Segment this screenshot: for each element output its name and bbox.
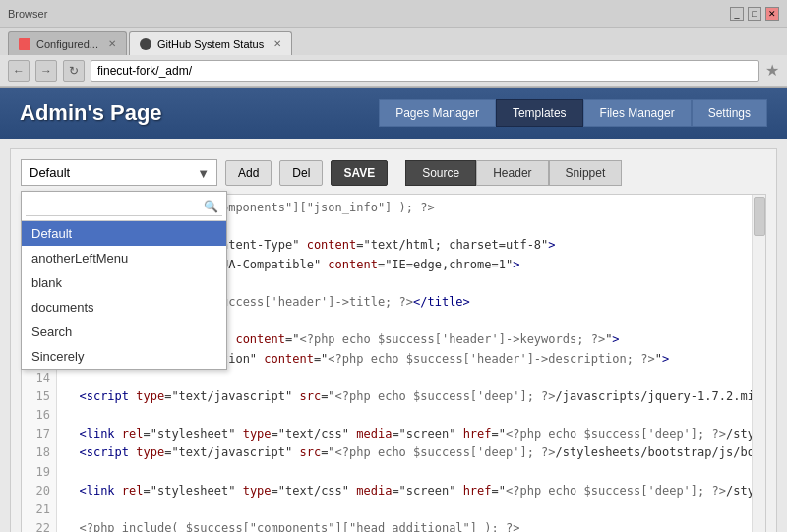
admin-header: Admin's Page Pages Manager Templates Fil… (0, 88, 787, 139)
del-button[interactable]: Del (279, 160, 323, 186)
save-button[interactable]: SAVE (331, 160, 388, 186)
close-button[interactable]: ✕ (765, 7, 779, 21)
tab-2-close[interactable]: ✕ (273, 38, 281, 49)
browser-chrome: Browser _ □ ✕ Configured... ✕ GitHub Sys… (0, 0, 787, 88)
browser-tab-1[interactable]: Configured... ✕ (8, 31, 127, 55)
ln-20: 20 (28, 482, 50, 501)
dropdown-search-input[interactable] (26, 196, 222, 216)
dropdown-item-blank[interactable]: blank (22, 270, 226, 295)
address-input[interactable] (91, 60, 759, 82)
tab-1-label: Configured... (36, 38, 98, 50)
nav-pages-manager[interactable]: Pages Manager (379, 99, 496, 127)
toolbar: Default ▼ Add Del SAVE Source Header Sni… (21, 159, 766, 186)
address-bar: ← → ↻ ★ (0, 55, 787, 87)
bookmark-icon[interactable]: ★ (765, 61, 779, 80)
ln-14: 14 (28, 369, 50, 387)
page-content: Admin's Page Pages Manager Templates Fil… (0, 88, 787, 532)
nav-settings[interactable]: Settings (692, 99, 767, 127)
ln-19: 19 (28, 463, 50, 482)
minimize-button[interactable]: _ (730, 7, 744, 21)
ln-21: 21 (28, 501, 50, 519)
add-button[interactable]: Add (225, 160, 272, 186)
dropdown-item-sincerely[interactable]: Sincerely (22, 344, 226, 369)
tab-1-close[interactable]: ✕ (108, 38, 116, 49)
refresh-button[interactable]: ↻ (63, 60, 85, 82)
git-icon (19, 38, 30, 50)
ln-22: 22 (28, 519, 50, 532)
nav-templates[interactable]: Templates (496, 99, 583, 127)
browser-tab-2[interactable]: GitHub System Status ✕ (129, 31, 292, 55)
title-bar-label: Browser (8, 8, 47, 20)
page-title: Admin's Page (20, 100, 359, 126)
admin-nav: Pages Manager Templates Files Manager Se… (379, 99, 767, 127)
template-select-wrapper: Default ▼ (21, 159, 217, 186)
tab-snippet[interactable]: Snippet (549, 160, 623, 186)
scrollbar[interactable] (752, 195, 765, 532)
browser-tabs-bar: Configured... ✕ GitHub System Status ✕ (0, 28, 787, 55)
tab-header[interactable]: Header (476, 160, 548, 186)
nav-files-manager[interactable]: Files Manager (583, 99, 692, 127)
title-bar: Browser _ □ ✕ (0, 0, 787, 28)
scrollbar-thumb[interactable] (754, 197, 765, 236)
tab-2-label: GitHub System Status (157, 38, 264, 50)
template-dropdown: 🔍 Default anotherLeftMenu blank document… (21, 191, 227, 370)
search-icon: 🔍 (204, 200, 218, 213)
dropdown-item-anotherleftmenu[interactable]: anotherLeftMenu (22, 246, 226, 270)
dropdown-item-default[interactable]: Default (22, 221, 226, 246)
template-select[interactable]: Default (21, 159, 217, 186)
ln-17: 17 (28, 425, 50, 443)
ln-18: 18 (28, 443, 50, 462)
github-icon (140, 38, 151, 50)
title-bar-buttons: _ □ ✕ (730, 7, 779, 21)
tab-source[interactable]: Source (405, 160, 476, 186)
ln-15: 15 (28, 387, 50, 406)
main-area: Default ▼ Add Del SAVE Source Header Sni… (10, 148, 777, 532)
maximize-button[interactable]: □ (748, 7, 761, 21)
back-button[interactable]: ← (8, 60, 30, 82)
forward-button[interactable]: → (35, 60, 57, 82)
dropdown-search-wrapper: 🔍 (22, 192, 226, 221)
ln-16: 16 (28, 406, 50, 425)
dropdown-item-search[interactable]: Search (22, 320, 226, 344)
dropdown-item-documents[interactable]: documents (22, 295, 226, 320)
editor-tabs: Source Header Snippet (405, 160, 622, 186)
